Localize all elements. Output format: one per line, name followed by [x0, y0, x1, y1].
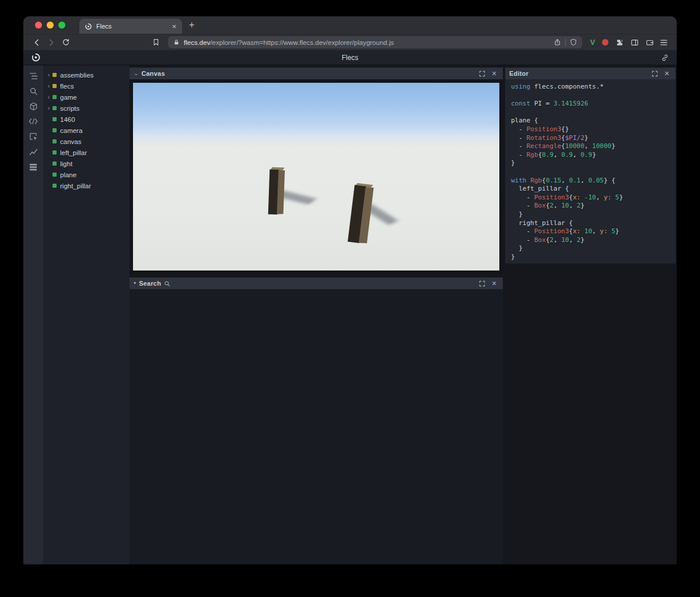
- code-line: - Position3{}: [511, 125, 670, 134]
- entity-label: game: [60, 94, 77, 101]
- extensions-puzzle-icon[interactable]: [615, 38, 624, 47]
- entity-label: scripts: [60, 105, 79, 112]
- tree-item-1460[interactable]: 1460: [43, 114, 130, 125]
- tab-bar: Flecs ✕ +: [23, 16, 677, 34]
- code-area[interactable]: using flecs.components.* const PI = 3.14…: [505, 79, 676, 264]
- entity-color-icon: [52, 73, 57, 77]
- inspector-cursor-button[interactable]: [28, 132, 38, 141]
- expand-chevron-icon[interactable]: ›: [46, 105, 51, 111]
- editor-panel-title: Editor: [509, 70, 528, 77]
- search-view-button[interactable]: [28, 86, 38, 96]
- code-line: }: [511, 244, 670, 253]
- reload-button[interactable]: [58, 36, 73, 50]
- expand-chevron-icon[interactable]: ›: [46, 72, 51, 78]
- entity-color-icon: [52, 139, 57, 143]
- close-tab-icon[interactable]: ✕: [172, 23, 177, 30]
- canvas-3d-view[interactable]: [130, 79, 503, 274]
- close-panel-icon[interactable]: ✕: [489, 279, 499, 288]
- entity-color-icon: [52, 128, 57, 132]
- tab-title: Flecs: [96, 23, 168, 30]
- wallet-icon[interactable]: [646, 38, 654, 47]
- tree-item-camera[interactable]: camera: [43, 125, 130, 136]
- queries-list-button[interactable]: [28, 162, 38, 171]
- expand-chevron-icon[interactable]: ›: [46, 83, 51, 89]
- expand-panel-icon[interactable]: [477, 69, 487, 78]
- collapse-bullet-icon[interactable]: •: [134, 280, 136, 287]
- red-extension-icon[interactable]: [602, 39, 608, 45]
- entity-label: canvas: [60, 138, 81, 145]
- menu-icon[interactable]: [656, 36, 671, 50]
- code-line: - Position3{x: 10, y: 5}: [511, 227, 670, 236]
- tree-item-right_pillar[interactable]: right_pillar: [43, 180, 130, 191]
- expand-chevron-icon[interactable]: ›: [46, 94, 51, 100]
- flecs-app: Flecs: [23, 50, 677, 564]
- scene: [133, 83, 499, 271]
- window-controls: [35, 22, 65, 29]
- editor-panel-header: Editor ✕: [505, 68, 676, 79]
- entity-color-icon: [52, 117, 57, 121]
- code-line: plane {: [511, 117, 670, 125]
- search-panel-title: Search: [139, 280, 161, 287]
- entity-label: camera: [60, 127, 82, 134]
- vimium-extension-icon[interactable]: V: [590, 38, 595, 47]
- minimize-window-button[interactable]: [47, 22, 54, 29]
- address-bar[interactable]: flecs.dev/explorer/?wasm=https://www.fle…: [168, 36, 582, 48]
- code-view-button[interactable]: [28, 117, 38, 126]
- forward-button[interactable]: [44, 36, 58, 50]
- close-window-button[interactable]: [35, 22, 42, 29]
- code-line: - Rgb{0.9, 0.9, 0.9}: [511, 151, 670, 160]
- url-text: flecs.dev/explorer/?wasm=https://www.fle…: [184, 39, 550, 46]
- entities-cube-button[interactable]: [28, 101, 38, 111]
- code-line: - Box{2, 10, 2}: [511, 202, 670, 210]
- entity-label: 1460: [60, 116, 75, 123]
- entity-color-icon: [52, 106, 57, 110]
- code-line: }: [511, 210, 670, 219]
- canvas-panel-header: ⌄ Canvas ✕: [130, 68, 503, 79]
- tree-item-scripts[interactable]: ›scripts: [43, 103, 130, 114]
- stats-chart-button[interactable]: [28, 147, 38, 156]
- tree-item-canvas[interactable]: canvas: [43, 136, 130, 147]
- url-host: flecs.dev: [184, 39, 210, 46]
- search-panel-header: • Search ✕: [130, 278, 503, 289]
- code-line: [511, 92, 670, 100]
- brave-shield-icon[interactable]: [570, 38, 577, 46]
- close-panel-icon[interactable]: ✕: [489, 69, 499, 78]
- entity-label: assemblies: [60, 72, 94, 79]
- tree-view-button[interactable]: [28, 71, 38, 80]
- tree-item-plane[interactable]: plane: [43, 169, 130, 180]
- browser-window: Flecs ✕ + flecs.dev/explorer/?wasm=https…: [23, 16, 677, 564]
- expand-panel-icon[interactable]: [477, 279, 487, 288]
- new-tab-button[interactable]: +: [189, 20, 194, 30]
- canvas-panel-title: Canvas: [141, 70, 164, 77]
- code-line: [511, 168, 670, 177]
- entity-label: plane: [60, 171, 76, 178]
- back-button[interactable]: [29, 36, 44, 50]
- code-line: right_pillar {: [511, 219, 670, 228]
- right-pillar-object: [348, 184, 374, 244]
- tree-item-assemblies[interactable]: ›assemblies: [43, 69, 130, 80]
- tree-item-flecs[interactable]: ›flecs: [43, 80, 130, 92]
- tree-item-game[interactable]: ›game: [43, 92, 130, 103]
- chevron-down-icon[interactable]: ⌄: [134, 71, 138, 76]
- bookmark-icon[interactable]: [149, 36, 163, 50]
- tree-item-left_pillar[interactable]: left_pillar: [43, 147, 130, 158]
- share-icon[interactable]: [554, 38, 561, 46]
- editor-panel: Editor ✕ using flecs.components.* const …: [505, 68, 676, 264]
- expand-panel-icon[interactable]: [650, 69, 659, 78]
- share-link-icon[interactable]: [661, 54, 669, 62]
- entity-color-icon: [52, 161, 57, 166]
- search-icon: [164, 280, 170, 287]
- entity-color-icon: [52, 173, 57, 177]
- sidebar-toggle-icon[interactable]: [631, 38, 639, 47]
- tree-item-light[interactable]: light: [43, 158, 130, 169]
- entity-color-icon: [52, 150, 57, 154]
- browser-tab[interactable]: Flecs ✕: [79, 19, 182, 34]
- code-line: }: [511, 253, 670, 262]
- code-line: - Position3{x: -10, y: 5}: [511, 194, 670, 202]
- center-column: ⌄ Canvas ✕: [130, 65, 504, 564]
- zoom-window-button[interactable]: [58, 22, 65, 29]
- url-path: /explorer/?wasm=https://www.flecs.dev/ex…: [210, 39, 394, 46]
- left-pillar-object: [268, 168, 285, 215]
- lock-icon: [173, 39, 180, 45]
- close-panel-icon[interactable]: ✕: [662, 69, 671, 78]
